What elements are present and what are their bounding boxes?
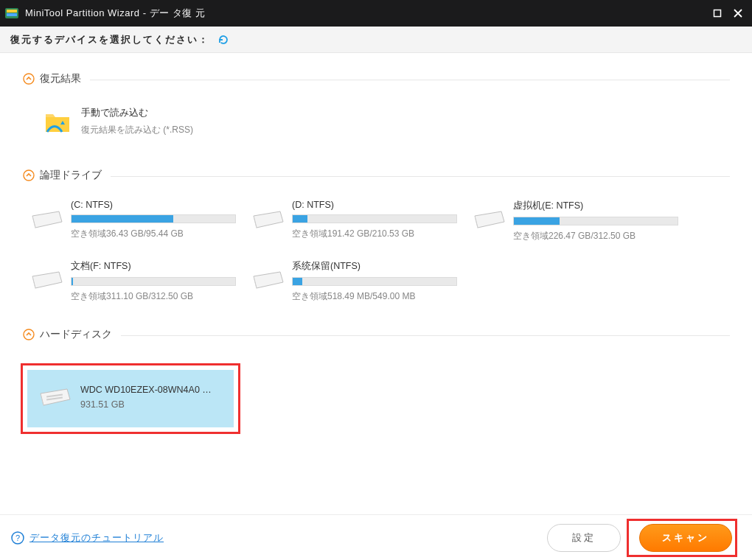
drive-icon [251,269,285,291]
drive-icon [472,209,506,231]
scan-button-label: スキャン [662,531,709,545]
divider [111,176,730,177]
device-select-toolbar: 復元するデバイスを選択してください： [0,27,752,53]
svg-rect-2 [7,13,17,16]
help-link-text: データ復元のチュートリアル [29,531,164,545]
svg-point-5 [24,170,34,181]
logical-drive-item[interactable]: 系统保留(NTFS)空き領域518.49 MB/549.00 MB [251,260,472,303]
drive-space-text: 空き領域226.47 GB/312.50 GB [513,230,678,242]
drive-space-text: 空き領域518.49 MB/549.00 MB [292,290,457,303]
chevron-up-icon [22,72,35,85]
section-header-harddisk[interactable]: ハードディスク [22,328,730,341]
logical-drive-item[interactable]: 文档(F: NTFS)空き領域311.10 GB/312.50 GB [29,260,251,303]
hard-disk-icon [38,386,72,408]
drive-icon [251,209,285,231]
manual-load-title: 手動で読み込む [81,106,193,119]
divider [121,335,730,336]
title-bar: MiniTool Partition Wizard - デー タ復 元 [0,0,752,27]
drive-space-text: 空き領域311.10 GB/312.50 GB [71,290,236,303]
section-header-restore[interactable]: 復元結果 [22,72,730,85]
drive-name: 文档(F: NTFS) [71,260,236,273]
logical-drive-item[interactable]: (D: NTFS)空き領域191.42 GB/210.53 GB [251,200,472,242]
settings-button[interactable]: 設定 [547,524,621,552]
footer-bar: ? データ復元のチュートリアル 設定 スキャン [0,514,752,560]
drive-usage-bar [292,277,457,286]
manual-load-item[interactable]: 手動で読み込む 復元結果を読み込む (*.RSS) [22,93,730,144]
svg-rect-3 [714,10,721,17]
drive-icon [29,269,63,291]
hard-disk-size: 931.51 GB [80,399,213,410]
manual-load-desc: 復元結果を読み込む (*.RSS) [81,124,193,136]
drive-usage-bar [292,214,457,223]
svg-point-4 [24,74,34,84]
help-link[interactable]: ? データ復元のチュートリアル [10,531,164,545]
section-title-logical: 論理ドライブ [40,169,102,182]
chevron-up-icon [22,328,35,341]
logical-drive-item[interactable]: 虚拟机(E: NTFS)空き領域226.47 GB/312.50 GB [472,200,693,242]
svg-point-6 [24,329,34,340]
drive-usage-bar [513,217,678,225]
settings-button-label: 設定 [572,531,596,545]
section-title-restore: 復元結果 [40,72,81,85]
drive-space-text: 空き領域36.43 GB/95.44 GB [71,228,236,240]
selected-disk-highlight: WDC WD10EZEX-08WN4A0 S... 931.51 GB [21,363,240,434]
help-icon: ? [10,531,25,545]
hard-disk-name: WDC WD10EZEX-08WN4A0 S... [80,385,213,395]
refresh-button[interactable] [217,33,230,46]
drive-name: 系统保留(NTFS) [292,260,457,273]
svg-rect-1 [7,10,17,13]
drive-name: (C: NTFS) [71,200,236,210]
hard-disk-grid: WDC WD10EZEX-08WN4A0 S... 931.51 GB [22,349,730,434]
drive-space-text: 空き領域191.42 GB/210.53 GB [292,228,457,240]
section-hard-disk: ハードディスク WDC WD10EZEX-08WN4A0 S... [22,328,730,434]
divider [90,80,730,80]
logical-drive-item[interactable]: (C: NTFS)空き領域36.43 GB/95.44 GB [29,200,251,242]
section-header-logical[interactable]: 論理ドライブ [22,169,730,182]
scan-button[interactable]: スキャン [639,524,732,552]
app-logo-icon [4,6,19,21]
svg-text:?: ? [15,533,20,542]
folder-import-icon [43,107,72,136]
hard-disk-item[interactable]: WDC WD10EZEX-08WN4A0 S... 931.51 GB [27,370,234,427]
scan-button-highlight: スキャン [627,519,737,557]
close-button[interactable] [730,5,746,21]
drive-usage-bar [71,214,236,223]
section-title-harddisk: ハードディスク [40,328,112,341]
drive-name: (D: NTFS) [292,200,457,210]
logical-drive-grid: (C: NTFS)空き領域36.43 GB/95.44 GB(D: NTFS)空… [22,189,730,303]
window-title: MiniTool Partition Wizard - デー タ復 元 [25,7,205,20]
maximize-button[interactable] [709,5,725,21]
section-restore-result: 復元結果 手動で読み込む 復元結果を読み込む (*.RSS) [22,72,730,144]
drive-name: 虚拟机(E: NTFS) [513,200,678,212]
main-content: 復元結果 手動で読み込む 復元結果を読み込む (*.RSS) [0,53,752,514]
chevron-up-icon [22,169,35,182]
drive-usage-bar [71,277,236,286]
drive-icon [29,209,63,231]
section-logical-drives: 論理ドライブ (C: NTFS)空き領域36.43 GB/95.44 GB(D:… [22,169,730,303]
device-select-prompt: 復元するデバイスを選択してください： [10,33,209,46]
